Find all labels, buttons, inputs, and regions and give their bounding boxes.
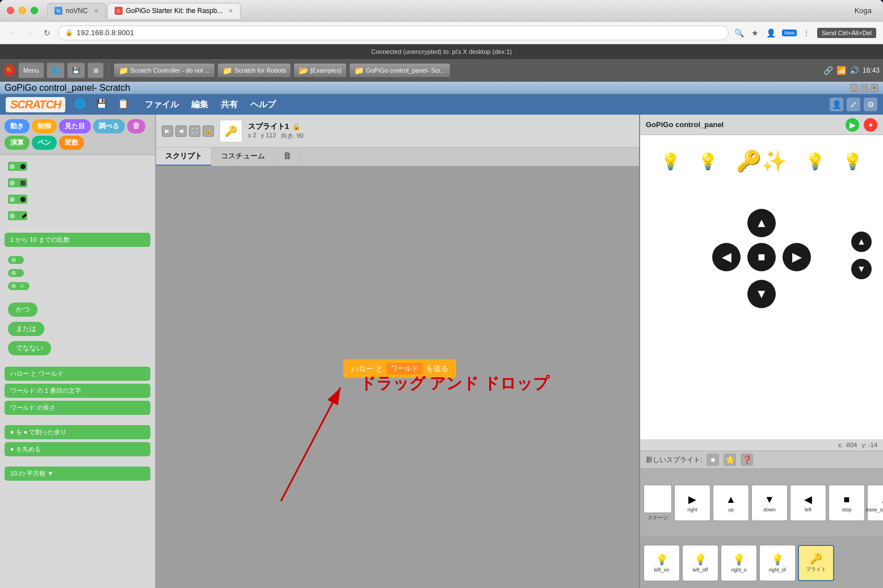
globe-menu-icon[interactable]: 🌐 (74, 98, 87, 111)
back-button[interactable]: ← (7, 27, 19, 39)
right-of-label: right_of (769, 567, 786, 573)
block-and[interactable]: かつ (8, 303, 37, 317)
sprite-left-off[interactable]: 💡 left_off (682, 545, 718, 581)
close-button[interactable] (7, 7, 14, 14)
scratch-minimize[interactable]: _ (850, 84, 858, 92)
sprite-ctrl-2[interactable]: ◀ (175, 125, 187, 137)
stage-panel: GoPiGo control_panel ▶ ■ 💡 💡 (639, 115, 883, 588)
tri-up-button[interactable]: ▲ (851, 232, 872, 252)
block-or[interactable]: または (8, 322, 44, 336)
sprite-header: ▶ ◀ ⛶ 🔒 🔑 スプライト1 🔒 (156, 115, 639, 148)
blocks-list: 1 から 10 までの乱数 (0, 155, 155, 588)
sprite-ease[interactable]: ▲ ease_spease_sp (867, 485, 883, 521)
bulb-2: 💡 (698, 152, 718, 171)
tab-gopigo[interactable]: G GoPiGo Starter Kit: the Raspb... ✕ (107, 3, 241, 19)
copy-menu-icon[interactable]: 📋 (117, 98, 130, 111)
up-button[interactable]: ▲ (747, 209, 776, 237)
menu-edit[interactable]: 編集 (186, 97, 214, 112)
scratch-maximize[interactable]: □ (860, 84, 868, 92)
settings-icon-btn[interactable]: ⚙ (864, 98, 877, 111)
scratch-close[interactable]: ✕ (871, 84, 878, 92)
scratch-controller-tab[interactable]: 📁 Scratch Controller - do not ... (113, 63, 216, 78)
add-sprite-paint[interactable]: ★ (707, 453, 719, 466)
block-not[interactable]: でなない (8, 341, 51, 355)
left-button[interactable]: ◀ (712, 243, 741, 271)
forward-button[interactable]: → (24, 27, 36, 39)
stop-sprite-icon: ■ (844, 494, 850, 506)
block-round[interactable]: ● を丸める (5, 442, 150, 456)
menu-button[interactable]: Menu (18, 62, 44, 78)
scratch-for-robots-tab[interactable]: 📁 Scratch for Robots (217, 63, 291, 78)
sprite-ctrl-1[interactable]: ▶ (162, 125, 173, 137)
cat-control[interactable]: 制御 (32, 119, 57, 133)
sprite-down[interactable]: ▼ down (751, 485, 788, 521)
cat-variables[interactable]: 変数 (59, 136, 84, 150)
resize-icon-btn[interactable]: ⤢ (847, 98, 860, 111)
down-button[interactable]: ▼ (747, 280, 776, 308)
red-stop-button[interactable]: ■ (864, 118, 877, 132)
new-sprites-label: 新しいスプライト: (646, 455, 702, 465)
cat-pen[interactable]: ペン (32, 136, 57, 150)
tab-novnc-close[interactable]: ✕ (94, 7, 99, 15)
url-bar[interactable]: 🔒 192.168.0.8:8001 (58, 26, 729, 40)
sprite-left-on[interactable]: 💡 left_on (644, 545, 680, 581)
sprite-stop[interactable]: ■ stop (829, 485, 865, 521)
cat-motion[interactable]: 動き (5, 119, 30, 133)
sprite-up[interactable]: ▲ up (713, 485, 749, 521)
fullscreen-button[interactable] (31, 7, 38, 14)
block-letter[interactable]: ワールド の 1 番目の文字 (5, 384, 150, 398)
stage-thumbnail[interactable] (644, 485, 672, 513)
right-button[interactable]: ▶ (783, 243, 811, 271)
gopigo-panel-tab[interactable]: 📁 GoPiGo control_panel- Scr... (349, 63, 451, 78)
traffic-lights (7, 7, 38, 14)
tab-gopigo-close[interactable]: ✕ (228, 7, 233, 15)
cat-sound[interactable]: 音 (127, 119, 145, 133)
sprite-ctrl-3[interactable]: ⛶ (189, 125, 200, 137)
menu-help[interactable]: ヘルプ (245, 97, 281, 112)
left-on-label: left_on (654, 567, 669, 573)
sprite-right[interactable]: ▶ right (674, 485, 710, 521)
cat-looks[interactable]: 見た目 (59, 119, 91, 133)
profile-icon[interactable]: 👤 (765, 27, 777, 39)
block-mod[interactable]: ● を ● で割った余り (5, 425, 150, 439)
bookmark-icon[interactable]: ★ (749, 27, 762, 39)
tab-costume[interactable]: コスチューム (212, 148, 275, 166)
menu-share[interactable]: 共有 (215, 97, 243, 112)
examples-tab[interactable]: 📂 [Examples] (293, 63, 346, 78)
sprite-list-header: 新しいスプライト: ★ ⭐ ❓ (640, 451, 883, 469)
script-panel: ▶ ◀ ⛶ 🔒 🔑 スプライト1 🔒 (156, 115, 639, 588)
key-sprite-icon: 🔑 (225, 125, 237, 137)
monitor-icon-btn[interactable]: 🖥 (87, 62, 104, 78)
sprite-right-of[interactable]: 💡 right_of (759, 545, 796, 581)
stop-button[interactable]: ■ (747, 243, 776, 271)
sprite-bright[interactable]: 🔑 ブライト (798, 545, 834, 581)
send-ctrl-button[interactable]: Send Ctrl+Alt+Del (817, 28, 876, 38)
title-bar: N noVNC ✕ G GoPiGo Starter Kit: the Rasp… (0, 0, 883, 22)
up-sprite-label: up (728, 507, 734, 513)
menu-file[interactable]: ファイル (139, 97, 184, 112)
block-join[interactable]: ハロー と ワールド (5, 367, 150, 381)
menu-icon[interactable]: ⋮ (800, 27, 813, 39)
sprite-right-o[interactable]: 💡 right_o (721, 545, 757, 581)
tab-script[interactable]: スクリプト (156, 148, 212, 166)
floppy-icon-btn[interactable]: 💾 (67, 62, 85, 78)
cat-sensing[interactable]: 調べる (93, 119, 125, 133)
tab-novnc[interactable]: N noVNC ✕ (47, 3, 106, 19)
reload-button[interactable]: ↻ (41, 27, 53, 39)
sprite-left[interactable]: ◀ left (790, 485, 826, 521)
minimize-button[interactable] (19, 7, 26, 14)
person-icon-btn[interactable]: 👤 (830, 98, 843, 111)
globe-icon-btn[interactable]: 🌐 (47, 62, 65, 78)
add-sprite-file[interactable]: ❓ (741, 453, 753, 466)
block-sqrt[interactable]: 10 の 平方根 ▼ (5, 467, 150, 481)
block-length[interactable]: ワールド の長さ (5, 401, 150, 415)
tab-sound[interactable]: 音 (275, 148, 301, 166)
cat-operators[interactable]: 演算 (5, 136, 30, 150)
search-icon[interactable]: 🔍 (733, 27, 746, 39)
green-flag-button[interactable]: ▶ (846, 118, 859, 132)
tri-down-button[interactable]: ▼ (851, 259, 872, 279)
sprite-ctrl-4[interactable]: 🔒 (203, 125, 214, 137)
add-sprite-random[interactable]: ⭐ (724, 453, 736, 466)
save-menu-icon[interactable]: 💾 (96, 98, 108, 111)
block-random[interactable]: 1 から 10 までの乱数 (5, 233, 150, 247)
